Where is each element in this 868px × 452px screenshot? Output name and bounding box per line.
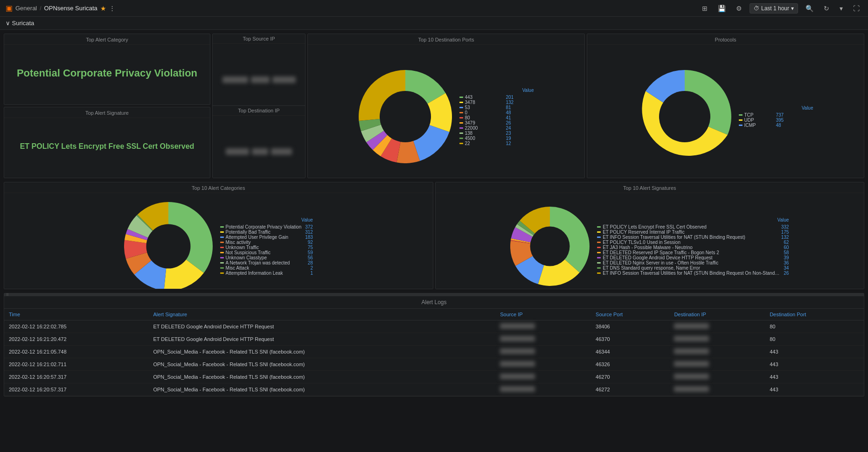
legend-item: Attempted User Privilege Gain183 [220,235,313,240]
table-row[interactable]: 2022-02-12 16:21:20.472ET DELETED Google… [4,333,864,346]
legend-value: 58 [784,250,789,255]
table-row[interactable]: 2022-02-12 16:20:57.317OPN_Social_Media … [4,383,864,396]
suricata-label: ∨ Suricata [6,20,34,27]
cell-signature: OPN_Social_Media - Facebook - Related TL… [148,346,495,358]
ip-panels: Top Source IP Top Destination IP [212,34,306,178]
legend-color [220,231,224,233]
time-range-picker[interactable]: ⏱ Last 1 hour ▾ [750,3,798,14]
add-panel-button[interactable]: ⊞ [699,4,710,13]
nav-right: ⊞ 💾 ⚙ ⏱ Last 1 hour ▾ 🔍 ↻ ▾ ⛶ [699,3,862,14]
top-alert-category-title: Top Alert Category [4,34,210,45]
legend-color [459,117,463,118]
legend-value: 24 [506,125,511,131]
cell-source-ip [495,333,591,346]
legend-value: 26 [784,271,789,276]
dest-ports-legend: Value 4432013478132538104880413479262200… [459,88,534,146]
legend-value: 62 [784,240,789,245]
zoom-out-button[interactable]: 🔍 [803,4,816,13]
legend-item: ET POLICY TLSv1.0 Used in Session62 [597,240,789,245]
legend-label: ET POLICY Lets Encrypt Free SSL Cert Obs… [603,224,777,229]
dest-ip-blur-1 [226,148,249,155]
legend-label: 3478 [465,100,502,105]
legend-label: 4500 [465,136,502,141]
legend-item: 8041 [459,115,534,120]
legend-color [459,122,463,124]
cell-source-port: 46270 [591,371,669,383]
legend-color [220,262,224,264]
dashboard-settings-button[interactable]: ⚙ [733,4,745,13]
cell-source-ip [495,358,591,371]
legend-color [739,119,743,121]
cell-dest-ip [669,333,765,346]
legend-item: ICMP48 [739,123,813,128]
legend-value: 56 [308,255,313,260]
breadcrumb-slash: / [40,5,41,12]
legend-label: UDP [744,118,772,123]
legend-color [220,242,224,243]
legend-color [597,231,601,233]
legend-label: Misc Attack [226,265,307,271]
legend-color [459,143,463,144]
table-row[interactable]: 2022-02-12 16:21:05.748OPN_Social_Media … [4,346,864,358]
cell-dest-ip [669,320,765,333]
top10-alert-categories-content: Value Potential Corporate Privacy Violat… [4,193,433,289]
top-alert-category-content: Potential Corporate Privacy Violation [4,45,210,102]
top-alert-signature-panel: Top Alert Signature ET POLICY Lets Encry… [4,107,210,178]
legend-item: Unknown Traffic75 [220,245,313,250]
table-row[interactable]: 2022-02-12 16:22:02.785ET DELETED Google… [4,320,864,333]
legend-label: Not Suspicious Traffic [226,250,304,255]
legend-item: A Network Trojan was detected28 [220,260,313,265]
cell-source-port: 38406 [591,320,669,333]
col-time: Time [4,309,148,320]
legend-label: 138 [465,131,502,136]
top10-alert-signatures-title: Top 10 Alert Signatures [436,182,864,193]
legend-color [739,125,743,126]
cell-source-ip [495,320,591,333]
cell-signature: OPN_Social_Media - Facebook - Related TL… [148,358,495,371]
col-source-ip: Source IP [495,309,591,320]
dest-ip-row-1 [226,148,292,155]
legend-color [459,97,463,98]
legend-label: 53 [465,105,502,110]
cell-signature: ET DELETED Google Android Device HTTP Re… [148,333,495,346]
left-panel-split: Top Alert Category Potential Corporate P… [4,34,210,178]
alert-logs-title: Alert Logs [4,296,864,309]
legend-label: ET INFO Session Traversal Utilities for … [603,235,777,240]
legend-label: ET JA3 Hash - Possible Malware - Neutrin… [603,245,780,250]
legend-color [597,236,601,238]
cell-source-ip [495,383,591,396]
legend-value: 48 [776,123,781,128]
nav-left: ▣ General / OPNsense Suricata ★ ⋮ [6,4,695,13]
legend-label: TCP [744,112,772,118]
legend-value: 332 [781,224,789,229]
legend-value: 737 [776,112,784,118]
cell-dest-ip [669,346,765,358]
legend-item: TCP737 [739,112,813,118]
save-dashboard-button[interactable]: 💾 [715,4,729,13]
cell-source-ip-blurred [500,336,535,341]
legend-label: ET INFO Session Traversal Utilities for … [603,271,780,276]
share-icon[interactable]: ⋮ [109,5,115,12]
favorite-star[interactable]: ★ [100,5,106,12]
table-row[interactable]: 2022-02-12 16:21:02.711OPN_Social_Media … [4,358,864,371]
legend-item: UDP395 [739,118,813,123]
legend-color [597,262,601,264]
cell-source-port: 46326 [591,358,669,371]
cell-source-ip-blurred [500,386,535,392]
legend-value: 372 [305,224,313,229]
suricata-header: ∨ Suricata [0,17,868,30]
cell-dest-ip [669,358,765,371]
dest-ports-legend-items: 4432013478132538104880413479262200024138… [459,95,534,146]
refresh-dropdown-button[interactable]: ▾ [837,4,846,13]
top-navigation: ▣ General / OPNsense Suricata ★ ⋮ ⊞ 💾 ⚙ … [0,0,868,17]
table-row[interactable]: 2022-02-12 16:20:57.317OPN_Social_Media … [4,371,864,383]
protocols-panel: Protocols Value TCP737UDP395ICMP48 [587,34,864,178]
cell-time: 2022-02-12 16:21:02.711 [4,358,148,371]
refresh-button[interactable]: ↻ [821,4,832,13]
kiosk-button[interactable]: ⛶ [850,4,862,13]
protocols-legend: Value TCP737UDP395ICMP48 [739,105,813,128]
top-source-ip-title: Top Source IP [213,34,305,44]
cell-source-ip-blurred [500,374,535,379]
legend-value: 312 [305,229,313,235]
legend-value: 19 [506,136,511,141]
